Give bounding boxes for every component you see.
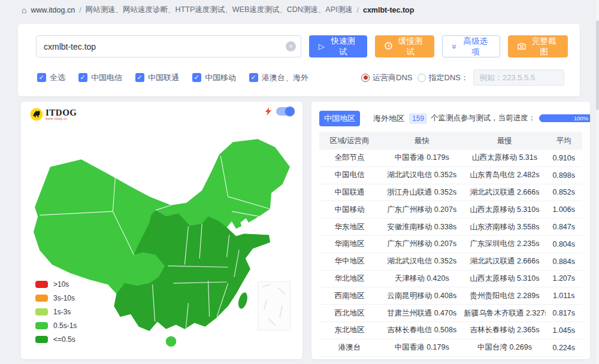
column-header: 最慢	[464, 136, 545, 146]
progress-bar: 100%	[539, 114, 590, 122]
region-cell: 西北地区	[319, 308, 380, 318]
legend-item: >10s	[35, 280, 77, 289]
region-cell: 西南地区	[319, 291, 380, 301]
checkbox-checked-icon[interactable]	[37, 73, 46, 82]
fastest-cell: 安徽淮南移动 0.338s	[380, 222, 464, 232]
custom-dns-input[interactable]	[473, 69, 564, 86]
carrier-checkbox[interactable]: 中国移动	[192, 72, 236, 83]
legend-swatch	[35, 281, 48, 288]
home-icon[interactable]: ⌂	[22, 5, 26, 15]
clear-input-icon[interactable]: ×	[286, 41, 296, 51]
column-header: 区域/运营商	[319, 136, 380, 146]
average-cell: 0.884s	[546, 257, 582, 266]
table-row[interactable]: 中国电信 湖北武汉电信 0.352s 山东青岛电信 2.482s 0.898s	[319, 167, 582, 184]
toggle-knob[interactable]	[285, 107, 295, 116]
table-row[interactable]: 华北地区 天津移动 0.420s 山西太原移动 5.310s 1.207s	[319, 271, 582, 288]
checkbox-label: 中国电信	[91, 72, 122, 83]
results-table: 区域/运营商 最快 最慢 平均 全部节点 中国香港 0.179s 山西太原移动 …	[319, 132, 582, 357]
page-scrollbar[interactable]	[595, 0, 599, 364]
slowest-cell: 广东深圳电信 2.235s	[464, 239, 545, 249]
average-cell: 0.852s	[546, 188, 582, 196]
table-row[interactable]: 华南地区 广东广州移动 0.207s 广东深圳电信 2.235s 0.804s	[319, 236, 582, 253]
slowest-cell: 湖北武汉联通 2.666s	[464, 256, 545, 266]
map-toggle[interactable]	[276, 107, 294, 116]
taiwan-island[interactable]	[237, 291, 249, 310]
average-cell: 0.898s	[546, 171, 582, 180]
table-row[interactable]: 港澳台 中国香港 0.179s 中国台湾 0.269s 0.224s	[319, 339, 582, 357]
region-cell: 华北地区	[319, 274, 380, 284]
chevron-double-down-icon: »	[450, 44, 459, 49]
checkbox-label: 全选	[50, 72, 65, 83]
radio-selected-icon[interactable]	[361, 74, 370, 82]
full-screenshot-button[interactable]: 完整截图	[508, 35, 568, 57]
breadcrumb-site[interactable]: www.itdog.cn	[31, 6, 75, 14]
table-row[interactable]: 华东地区 安徽淮南移动 0.338s 山东济南移动 3.558s 0.847s	[319, 219, 582, 236]
table-row[interactable]: 华中地区 湖北武汉电信 0.352s 湖北武汉联通 2.666s 0.884s	[319, 253, 582, 271]
slowest-cell: 中国台湾 0.269s	[464, 342, 545, 353]
south-china-sea-inset	[258, 281, 291, 330]
table-row[interactable]: 中国移动 广东广州移动 0.207s 山西太原移动 5.310s 1.006s	[319, 201, 582, 219]
table-header-row: 区域/运营商 最快 最慢 平均	[319, 132, 582, 150]
average-cell: 0.847s	[546, 223, 582, 231]
region-cell: 东北地区	[319, 325, 380, 335]
legend-swatch	[35, 308, 48, 316]
custom-dns-radio[interactable]: 指定DNS：	[418, 72, 468, 83]
region-cell: 港澳台	[319, 342, 380, 353]
checkbox-checked-icon[interactable]	[192, 73, 201, 82]
checkbox-checked-icon[interactable]	[78, 73, 87, 82]
region-tab[interactable]: 海外地区	[368, 111, 409, 126]
table-row[interactable]: 全部节点 中国香港 0.179s 山西太原移动 5.31s 0.910s	[319, 150, 582, 167]
radio-unselected-icon[interactable]	[418, 74, 426, 82]
filter-row: 全选 中国电信 中国联通 中国移动	[37, 69, 564, 86]
slowest-cell: 山东青岛电信 2.482s	[464, 170, 545, 180]
scrollbar-thumb[interactable]	[596, 20, 599, 110]
average-cell: 0.224s	[546, 344, 582, 352]
carrier-checkbox-list: 全选 中国电信 中国联通 中国移动	[37, 72, 308, 83]
fastest-cell: 甘肃兰州联通 0.470s	[380, 308, 464, 318]
map-panel: ITDOG www.itdog.cn	[21, 102, 302, 359]
region-tab[interactable]: 中国地区	[319, 111, 360, 126]
average-cell: 1.045s	[546, 326, 582, 335]
table-row[interactable]: 西北地区 甘肃兰州联通 0.470s 新疆乌鲁木齐联通 2.327s 0.817…	[319, 305, 582, 322]
carrier-checkbox[interactable]: 全选	[37, 72, 65, 83]
carrier-checkbox[interactable]: 中国联通	[135, 72, 179, 83]
fastest-cell: 广东广州移动 0.207s	[380, 239, 464, 249]
legend-swatch	[35, 295, 48, 302]
breadcrumb-separator: /	[356, 6, 358, 14]
legend-label: 3s-10s	[53, 294, 75, 302]
slowest-cell: 山东济南移动 3.558s	[464, 222, 545, 232]
legend-swatch	[35, 336, 48, 343]
results-header: 中国地区 海外地区 159 个监测点参与测试，当前进度： 100%	[311, 102, 590, 128]
table-row[interactable]: 东北地区 吉林长春电信 0.508s 吉林长春移动 2.365s 1.045s	[319, 322, 582, 339]
camera-icon	[518, 43, 526, 51]
carrier-checkbox[interactable]: 中国电信	[78, 72, 122, 83]
search-card: × ▷ 快速测试 缓慢测试 » 高级选项 完整截图	[18, 24, 580, 96]
breadcrumb-path[interactable]: 网站测速、网站速度诊断、HTTP速度测试、WEB速度测试、CDN测速、API测速	[86, 5, 353, 15]
fast-test-button[interactable]: ▷ 快速测试	[309, 35, 367, 57]
advanced-options-button[interactable]: » 高级选项	[442, 35, 500, 57]
average-cell: 0.910s	[546, 154, 582, 162]
url-input[interactable]	[36, 35, 301, 57]
breadcrumb-current: cxmlbt-tec.top	[363, 6, 414, 14]
carrier-checkbox[interactable]: 港澳台、海外	[249, 72, 308, 83]
region-cell: 全部节点	[319, 153, 380, 163]
fastest-cell: 中国香港 0.179s	[380, 342, 464, 353]
average-cell: 1.207s	[546, 274, 582, 283]
checkbox-checked-icon[interactable]	[249, 73, 258, 82]
slow-test-button[interactable]: 缓慢测试	[375, 35, 434, 57]
fastest-cell: 湖北武汉电信 0.352s	[380, 256, 464, 266]
table-body: 全部节点 中国香港 0.179s 山西太原移动 5.31s 0.910s 中国电…	[319, 150, 582, 357]
average-cell: 1.011s	[546, 292, 582, 300]
carrier-dns-radio[interactable]: 运营商DNS	[361, 72, 412, 83]
clock-icon	[385, 42, 392, 51]
region-cell: 华中地区	[319, 256, 380, 266]
legend-item: 0.5s-1s	[35, 321, 77, 330]
table-row[interactable]: 西南地区 云南昆明移动 0.408s 贵州贵阳电信 2.289s 1.011s	[319, 287, 582, 305]
table-row[interactable]: 中国联通 浙江舟山联通 0.352s 湖北武汉联通 2.666s 0.852s	[319, 184, 582, 202]
slowest-cell: 山西太原移动 5.31s	[464, 153, 545, 163]
checkbox-checked-icon[interactable]	[135, 73, 144, 82]
hainan-island[interactable]	[165, 336, 177, 347]
region-cell: 华南地区	[319, 239, 380, 249]
play-icon: ▷	[319, 43, 325, 50]
region-cell: 中国联通	[319, 187, 380, 198]
